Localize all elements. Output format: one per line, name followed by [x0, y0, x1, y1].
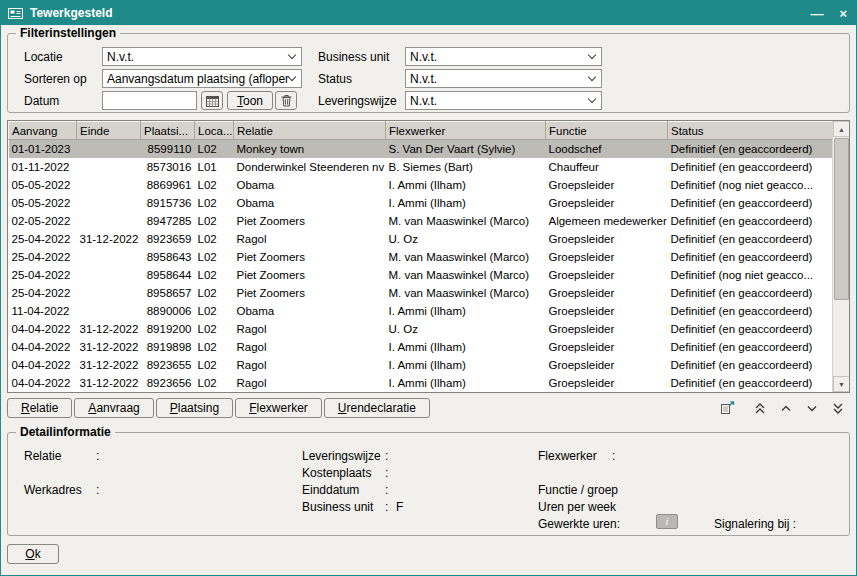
status-select[interactable]: N.v.t. [405, 69, 602, 88]
datum-label: Datum [24, 94, 59, 108]
table-row[interactable]: 04-04-202231-12-20228919200L02RagolU. Oz… [9, 320, 833, 338]
nav-button-label: Flexwerker [249, 401, 308, 415]
nav-relatie-button[interactable]: Relatie [7, 398, 72, 418]
cell: 04-04-2022 [9, 320, 77, 338]
column-header-flexwerker[interactable]: Flexwerker [386, 122, 546, 140]
placements-table: AanvangEindePlaatsi...Loca...RelatieFlex… [8, 121, 833, 392]
cell: Groepsleider [546, 266, 668, 284]
cell: Groepsleider [546, 248, 668, 266]
cell: Algemeen medewerker [546, 212, 668, 230]
cell: Ragol [234, 374, 386, 392]
scroll-previous-button[interactable] [777, 400, 794, 416]
nav-aanvraag-button[interactable]: Aanvraag [74, 398, 153, 418]
table-row[interactable]: 02-05-20228947285L02Piet ZoomersM. van M… [9, 212, 833, 230]
cell [77, 284, 141, 302]
clear-filter-button[interactable] [275, 91, 297, 110]
cell: Piet Zoomers [234, 212, 386, 230]
table-row[interactable]: 25-04-20228958657L02Piet ZoomersM. van M… [9, 284, 833, 302]
column-header-functie[interactable]: Functie [546, 122, 668, 140]
scroll-up-button[interactable]: ▲ [833, 121, 850, 137]
vertical-scrollbar[interactable]: ▲ ▼ [832, 121, 849, 392]
table-row[interactable]: 25-04-202231-12-20228923659L02RagolU. Oz… [9, 230, 833, 248]
datum-input[interactable] [102, 91, 197, 110]
detail-kostenplaats-label: Kostenplaats [302, 466, 371, 480]
app-icon [8, 7, 23, 20]
table-row[interactable]: 04-04-202231-12-20228923655L02RagolI. Am… [9, 356, 833, 374]
table-row[interactable]: 25-04-20228958643L02Piet ZoomersM. van M… [9, 248, 833, 266]
cell: Donderwinkel Steenderen nv [234, 158, 386, 176]
column-header-loca[interactable]: Loca... [195, 122, 234, 140]
minimize-button[interactable]: — [810, 7, 823, 20]
scroll-down-button[interactable]: ▼ [833, 376, 850, 392]
record-nav-buttons: RelatieAanvraagPlaatsingFlexwerkerUrende… [7, 398, 430, 418]
cell: 8947285 [141, 212, 195, 230]
cell [77, 302, 141, 320]
column-header-aanvang[interactable]: Aanvang [9, 122, 77, 140]
cell: Obama [234, 176, 386, 194]
leveringswijze-select[interactable]: N.v.t. [405, 91, 602, 110]
detail-gewerkte-uren-label: Gewerkte uren: [538, 517, 620, 531]
titlebar: Tewerkgesteld — × [1, 1, 856, 25]
table-row[interactable]: 01-11-20228573016L01Donderwinkel Steende… [9, 158, 833, 176]
status-value: N.v.t. [410, 72, 437, 86]
table-row[interactable]: 01-01-20238599110L02Monkey townS. Van De… [9, 140, 833, 158]
cell [77, 212, 141, 230]
colon: : [385, 466, 388, 480]
scroll-first-button[interactable] [751, 400, 768, 416]
scroll-next-button[interactable] [803, 400, 820, 416]
column-header-relatie[interactable]: Relatie [234, 122, 386, 140]
cell [77, 158, 141, 176]
colon: : [385, 483, 388, 497]
cell: Definitief (en geaccordeerd) [668, 230, 833, 248]
info-button[interactable]: i [656, 514, 678, 529]
arrow-up-icon: ▲ [838, 126, 845, 133]
cell: Monkey town [234, 140, 386, 158]
scrollbar-thumb[interactable] [834, 138, 849, 300]
detail-flexwerker-label: Flexwerker [538, 449, 597, 463]
cell [77, 248, 141, 266]
calendar-button[interactable] [201, 91, 223, 110]
cell: L02 [195, 140, 234, 158]
open-record-button[interactable] [719, 400, 736, 416]
table-row[interactable]: 11-04-20228890006L02ObamaI. Ammi (Ilham)… [9, 302, 833, 320]
column-header-einde[interactable]: Einde [77, 122, 141, 140]
scroll-last-button[interactable] [829, 400, 846, 416]
cell: Definitief (nog niet geacco... [668, 266, 833, 284]
cell: Ragol [234, 230, 386, 248]
locatie-select[interactable]: N.v.t. [102, 47, 302, 66]
column-header-status[interactable]: Status [668, 122, 833, 140]
toon-button[interactable]: Toon [227, 91, 273, 110]
nav-flexwerker-button[interactable]: Flexwerker [235, 398, 322, 418]
table-row[interactable]: 05-05-20228915736L02ObamaI. Ammi (Ilham)… [9, 194, 833, 212]
chevron-down-icon [588, 51, 596, 59]
close-button[interactable]: × [839, 7, 847, 20]
cell: 8573016 [141, 158, 195, 176]
cell: I. Ammi (Ilham) [386, 374, 546, 392]
chevron-down-icon [288, 73, 296, 81]
table-row[interactable]: 25-04-20228958644L02Piet ZoomersM. van M… [9, 266, 833, 284]
column-header-plaatsi[interactable]: Plaatsi... [141, 122, 195, 140]
table-row[interactable]: 05-05-20228869961L02ObamaI. Ammi (Ilham)… [9, 176, 833, 194]
sorteren-select[interactable]: Aanvangsdatum plaatsing (aflopend) [102, 69, 302, 88]
detail-business-unit-label: Business unit [302, 500, 373, 514]
cell: L02 [195, 230, 234, 248]
chevron-down-nav-icon [806, 402, 818, 415]
business-unit-select[interactable]: N.v.t. [405, 47, 602, 66]
cell: 04-04-2022 [9, 338, 77, 356]
detail-signalering-label: Signalering bij : [714, 517, 796, 531]
nav-button-label: Plaatsing [170, 401, 219, 415]
cell: Definitief (en geaccordeerd) [668, 338, 833, 356]
nav-urendeclaratie-button[interactable]: Urendeclaratie [324, 398, 430, 418]
cell: 8923659 [141, 230, 195, 248]
cell: L01 [195, 158, 234, 176]
cell: U. Oz [386, 230, 546, 248]
detail-werkadres-label: Werkadres [24, 483, 82, 497]
table-row[interactable]: 04-04-202231-12-20228919898L02RagolI. Am… [9, 338, 833, 356]
nav-plaatsing-button[interactable]: Plaatsing [156, 398, 233, 418]
table-row[interactable]: 04-04-202231-12-20228923656L02RagolI. Am… [9, 374, 833, 392]
cell: Chauffeur [546, 158, 668, 176]
cell: 8923656 [141, 374, 195, 392]
ok-button[interactable]: Ok [7, 544, 59, 564]
cell: I. Ammi (Ilham) [386, 194, 546, 212]
cell: Groepsleider [546, 230, 668, 248]
